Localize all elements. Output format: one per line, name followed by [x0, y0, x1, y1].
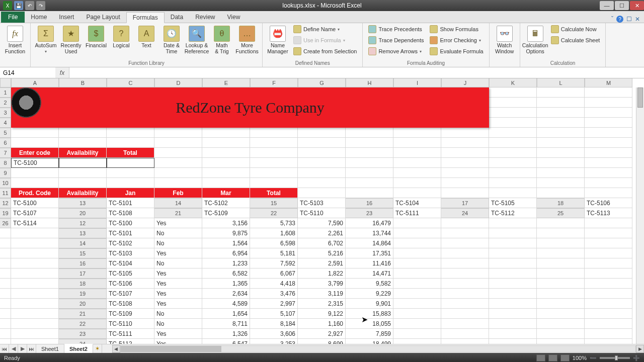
- table-cell[interactable]: TC-5102: [107, 238, 154, 248]
- tab-file[interactable]: File: [1, 12, 25, 23]
- tab-view[interactable]: View: [221, 12, 247, 23]
- show-formulas-button[interactable]: Show Formulas: [427, 24, 486, 34]
- table-cell[interactable]: 8,699: [298, 339, 346, 344]
- zoom-in-icon[interactable]: ➕: [633, 355, 640, 361]
- table-cell[interactable]: No: [154, 319, 202, 329]
- table-cell[interactable]: 18,499: [346, 339, 393, 344]
- table-cell[interactable]: 2,261: [298, 228, 346, 238]
- recently-used-button[interactable]: ★Recently Used: [59, 24, 83, 57]
- spreadsheet-grid[interactable]: ABCDEFGHIJKLM1RedZone Tyre Company234567…: [0, 78, 644, 344]
- table-cell[interactable]: No: [154, 238, 202, 248]
- col-header[interactable]: G: [298, 78, 346, 87]
- trace-precedents-button[interactable]: Trace Precedents: [366, 24, 426, 34]
- table-cell[interactable]: 3,476: [250, 289, 298, 299]
- table-cell[interactable]: TC-5109: [107, 309, 154, 319]
- zoom-out-icon[interactable]: ➖: [590, 355, 597, 361]
- sheet-nav-next-icon[interactable]: ▶: [18, 344, 27, 353]
- col-header[interactable]: L: [537, 78, 585, 87]
- table-cell[interactable]: 3,156: [202, 218, 250, 228]
- table-cell[interactable]: Yes: [154, 339, 202, 344]
- row-header[interactable]: 15: [59, 248, 107, 258]
- table-cell[interactable]: TC-5106: [107, 279, 154, 289]
- sheet-nav-first-icon[interactable]: ⏮: [0, 344, 9, 353]
- row-header[interactable]: 19: [59, 289, 107, 299]
- table-cell[interactable]: 16,479: [346, 218, 393, 228]
- use-in-formula-button[interactable]: Use in Formula▾: [291, 35, 359, 45]
- redo-icon[interactable]: ↷: [36, 1, 45, 10]
- table-cell[interactable]: 1,654: [202, 309, 250, 319]
- evaluate-formula-button[interactable]: Evaluate Formula: [427, 46, 486, 56]
- col-header[interactable]: C: [107, 78, 154, 87]
- sheet-nav-prev-icon[interactable]: ◀: [9, 344, 18, 353]
- table-cell[interactable]: No: [154, 228, 202, 238]
- sheet-tab-sheet1[interactable]: Sheet1: [36, 344, 64, 353]
- table-cell[interactable]: 1,365: [202, 279, 250, 289]
- calculate-sheet-button[interactable]: Calculate Sheet: [548, 35, 603, 45]
- date-time-button[interactable]: 🕓Date & Time: [159, 24, 184, 57]
- col-header[interactable]: D: [154, 78, 202, 87]
- watch-window-button[interactable]: 👓Watch Window: [493, 24, 517, 57]
- col-header[interactable]: F: [250, 78, 298, 87]
- row-header[interactable]: 22: [59, 319, 107, 329]
- col-header[interactable]: B: [59, 78, 107, 87]
- lookup-reference-button[interactable]: 🔍Lookup & Reference: [185, 24, 209, 57]
- table-cell[interactable]: 2,634: [202, 289, 250, 299]
- table-cell[interactable]: 4,589: [202, 299, 250, 309]
- table-cell[interactable]: 2,997: [250, 299, 298, 309]
- formula-input[interactable]: [69, 67, 644, 78]
- col-header[interactable]: A: [11, 78, 59, 87]
- window-close-icon[interactable]: ✕: [635, 16, 640, 23]
- table-cell[interactable]: 9,875: [202, 228, 250, 238]
- lookup-cell[interactable]: [107, 158, 154, 168]
- row-header[interactable]: 3: [0, 108, 11, 118]
- col-header[interactable]: I: [393, 78, 441, 87]
- tab-review[interactable]: Review: [189, 12, 221, 23]
- table-cell[interactable]: 1,233: [202, 258, 250, 268]
- vertical-scrollbar[interactable]: [636, 87, 644, 344]
- table-cell[interactable]: No: [154, 258, 202, 268]
- row-header[interactable]: 18: [59, 279, 107, 289]
- new-sheet-icon[interactable]: ✶: [93, 344, 102, 353]
- table-cell[interactable]: Yes: [154, 289, 202, 299]
- table-cell[interactable]: Yes: [154, 248, 202, 258]
- lookup-cell[interactable]: [59, 158, 107, 168]
- table-cell[interactable]: 2,315: [298, 299, 346, 309]
- table-cell[interactable]: TC-5103: [107, 248, 154, 258]
- table-cell[interactable]: TC-5107: [107, 289, 154, 299]
- table-cell[interactable]: 9,582: [346, 279, 393, 289]
- table-cell[interactable]: Yes: [154, 218, 202, 228]
- view-normal-icon[interactable]: [536, 354, 545, 361]
- table-cell[interactable]: 11,416: [346, 258, 393, 268]
- window-restore-icon[interactable]: ☐: [626, 16, 632, 23]
- col-header[interactable]: H: [346, 78, 393, 87]
- tab-home[interactable]: Home: [25, 12, 53, 23]
- financial-button[interactable]: $Financial: [84, 24, 108, 57]
- table-cell[interactable]: TC-5105: [107, 268, 154, 279]
- table-cell[interactable]: TC-5112: [107, 339, 154, 344]
- zoom-slider[interactable]: [600, 357, 630, 359]
- math-trig-button[interactable]: θMath & Trig: [210, 24, 234, 57]
- tab-insert[interactable]: Insert: [53, 12, 80, 23]
- col-header[interactable]: J: [441, 78, 489, 87]
- name-manager-button[interactable]: 📛Name Manager: [266, 24, 290, 57]
- insert-function-button[interactable]: fxInsert Function: [3, 24, 27, 57]
- row-header[interactable]: 23: [59, 329, 107, 339]
- table-cell[interactable]: TC-5101: [107, 228, 154, 238]
- table-cell[interactable]: 3,253: [250, 339, 298, 344]
- view-page-layout-icon[interactable]: [548, 354, 557, 361]
- save-icon[interactable]: 💾: [14, 1, 23, 10]
- calculation-options-button[interactable]: 🖩Calculation Options: [523, 24, 547, 57]
- table-cell[interactable]: 8,711: [202, 319, 250, 329]
- error-checking-button[interactable]: Error Checking▾: [427, 35, 486, 45]
- table-cell[interactable]: 6,954: [202, 248, 250, 258]
- table-cell[interactable]: 3,799: [298, 279, 346, 289]
- table-cell[interactable]: 5,216: [298, 248, 346, 258]
- row-header[interactable]: 13: [59, 228, 107, 238]
- view-page-break-icon[interactable]: [560, 354, 570, 361]
- row-header[interactable]: 17: [59, 268, 107, 279]
- table-cell[interactable]: TC-5100: [107, 218, 154, 228]
- table-cell[interactable]: 5,107: [250, 309, 298, 319]
- table-cell[interactable]: Yes: [154, 329, 202, 339]
- maximize-button[interactable]: ☐: [615, 1, 629, 10]
- table-cell[interactable]: 18,055: [346, 319, 393, 329]
